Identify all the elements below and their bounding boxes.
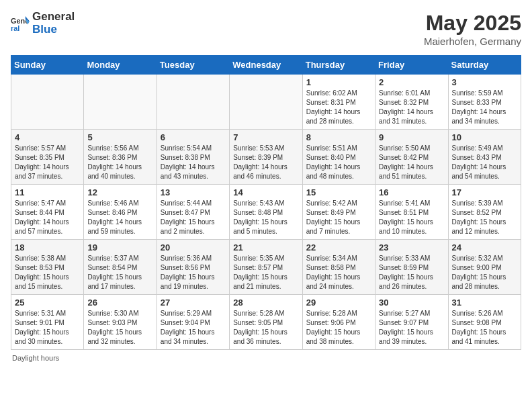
day-number: 31 bbox=[452, 298, 517, 308]
calendar-week-row: 11Sunrise: 5:47 AM Sunset: 8:44 PM Dayli… bbox=[11, 185, 521, 240]
day-number: 17 bbox=[452, 187, 517, 197]
calendar-day-cell: 2Sunrise: 6:01 AM Sunset: 8:32 PM Daylig… bbox=[375, 75, 448, 130]
calendar-day-cell: 5Sunrise: 5:56 AM Sunset: 8:36 PM Daylig… bbox=[84, 130, 157, 185]
day-info: Sunrise: 5:47 AM Sunset: 8:44 PM Dayligh… bbox=[15, 199, 80, 236]
title-block: May 2025 Maierhofen, Germany bbox=[424, 11, 521, 47]
calendar-day-cell: 1Sunrise: 6:02 AM Sunset: 8:31 PM Daylig… bbox=[302, 75, 375, 130]
calendar-day-cell: 25Sunrise: 5:31 AM Sunset: 9:01 PM Dayli… bbox=[11, 295, 84, 350]
day-number: 7 bbox=[233, 132, 298, 142]
calendar-week-row: 25Sunrise: 5:31 AM Sunset: 9:01 PM Dayli… bbox=[11, 295, 521, 350]
calendar-week-row: 18Sunrise: 5:38 AM Sunset: 8:53 PM Dayli… bbox=[11, 240, 521, 295]
calendar-day-cell: 10Sunrise: 5:49 AM Sunset: 8:43 PM Dayli… bbox=[448, 130, 521, 185]
day-info: Sunrise: 5:30 AM Sunset: 9:03 PM Dayligh… bbox=[87, 309, 152, 347]
day-info: Sunrise: 5:46 AM Sunset: 8:46 PM Dayligh… bbox=[87, 199, 152, 236]
day-info: Sunrise: 5:56 AM Sunset: 8:36 PM Dayligh… bbox=[87, 144, 152, 181]
calendar-day-cell: 8Sunrise: 5:51 AM Sunset: 8:40 PM Daylig… bbox=[302, 130, 375, 185]
calendar-day-cell: 20Sunrise: 5:36 AM Sunset: 8:56 PM Dayli… bbox=[157, 240, 229, 295]
day-info: Sunrise: 5:50 AM Sunset: 8:42 PM Dayligh… bbox=[379, 144, 444, 181]
page-header: Gene ral General Blue May 2025 Maierhofe… bbox=[11, 11, 521, 47]
day-number: 16 bbox=[379, 187, 444, 197]
day-number: 30 bbox=[379, 298, 444, 308]
day-info: Sunrise: 5:31 AM Sunset: 9:01 PM Dayligh… bbox=[15, 309, 80, 347]
calendar-day-cell bbox=[11, 75, 84, 130]
day-info: Sunrise: 5:54 AM Sunset: 8:38 PM Dayligh… bbox=[161, 144, 226, 181]
day-info: Sunrise: 5:38 AM Sunset: 8:53 PM Dayligh… bbox=[15, 254, 80, 291]
calendar-week-row: 4Sunrise: 5:57 AM Sunset: 8:35 PM Daylig… bbox=[11, 130, 521, 185]
day-number: 11 bbox=[15, 187, 80, 197]
day-info: Sunrise: 5:57 AM Sunset: 8:35 PM Dayligh… bbox=[15, 144, 80, 181]
day-info: Sunrise: 5:43 AM Sunset: 8:48 PM Dayligh… bbox=[233, 199, 298, 236]
logo: Gene ral General Blue bbox=[11, 11, 75, 36]
calendar-day-cell: 7Sunrise: 5:53 AM Sunset: 8:39 PM Daylig… bbox=[230, 130, 302, 185]
day-number: 20 bbox=[161, 242, 226, 253]
day-number: 10 bbox=[452, 132, 517, 142]
day-number: 21 bbox=[233, 242, 298, 253]
day-info: Sunrise: 5:37 AM Sunset: 8:54 PM Dayligh… bbox=[87, 254, 152, 291]
logo-blue: Blue bbox=[32, 24, 75, 36]
calendar-day-cell: 30Sunrise: 5:27 AM Sunset: 9:07 PM Dayli… bbox=[375, 295, 448, 350]
day-info: Sunrise: 5:41 AM Sunset: 8:51 PM Dayligh… bbox=[379, 199, 444, 236]
month-title: May 2025 bbox=[424, 11, 521, 36]
calendar-day-cell: 23Sunrise: 5:33 AM Sunset: 8:59 PM Dayli… bbox=[375, 240, 448, 295]
calendar-header-row: SundayMondayTuesdayWednesdayThursdayFrid… bbox=[11, 56, 521, 75]
day-number: 5 bbox=[87, 132, 152, 142]
day-number: 19 bbox=[87, 242, 152, 253]
footer-note: Daylight hours bbox=[11, 354, 521, 362]
calendar-day-cell bbox=[230, 75, 302, 130]
calendar-day-cell: 11Sunrise: 5:47 AM Sunset: 8:44 PM Dayli… bbox=[11, 185, 84, 240]
day-info: Sunrise: 5:36 AM Sunset: 8:56 PM Dayligh… bbox=[161, 254, 226, 291]
day-info: Sunrise: 5:51 AM Sunset: 8:40 PM Dayligh… bbox=[306, 144, 371, 181]
calendar-day-cell: 16Sunrise: 5:41 AM Sunset: 8:51 PM Dayli… bbox=[375, 185, 448, 240]
calendar-day-cell: 26Sunrise: 5:30 AM Sunset: 9:03 PM Dayli… bbox=[84, 295, 157, 350]
day-info: Sunrise: 5:33 AM Sunset: 8:59 PM Dayligh… bbox=[379, 254, 444, 291]
day-info: Sunrise: 5:28 AM Sunset: 9:06 PM Dayligh… bbox=[306, 309, 371, 347]
calendar-day-cell: 18Sunrise: 5:38 AM Sunset: 8:53 PM Dayli… bbox=[11, 240, 84, 295]
day-info: Sunrise: 5:26 AM Sunset: 9:08 PM Dayligh… bbox=[452, 309, 517, 347]
day-number: 29 bbox=[306, 298, 371, 308]
day-info: Sunrise: 6:02 AM Sunset: 8:31 PM Dayligh… bbox=[306, 89, 371, 126]
day-info: Sunrise: 5:53 AM Sunset: 8:39 PM Dayligh… bbox=[233, 144, 298, 181]
day-number: 8 bbox=[306, 132, 371, 142]
logo-icon: Gene ral bbox=[11, 14, 30, 33]
day-number: 22 bbox=[306, 242, 371, 253]
day-number: 23 bbox=[379, 242, 444, 253]
day-number: 9 bbox=[379, 132, 444, 142]
day-info: Sunrise: 5:34 AM Sunset: 8:58 PM Dayligh… bbox=[306, 254, 371, 291]
day-info: Sunrise: 5:29 AM Sunset: 9:04 PM Dayligh… bbox=[161, 309, 226, 347]
day-info: Sunrise: 5:44 AM Sunset: 8:47 PM Dayligh… bbox=[161, 199, 226, 236]
calendar-day-cell: 24Sunrise: 5:32 AM Sunset: 9:00 PM Dayli… bbox=[448, 240, 521, 295]
calendar-table: SundayMondayTuesdayWednesdayThursdayFrid… bbox=[11, 55, 521, 350]
day-info: Sunrise: 5:27 AM Sunset: 9:07 PM Dayligh… bbox=[379, 309, 444, 347]
logo-general: General bbox=[32, 11, 75, 24]
day-number: 3 bbox=[452, 77, 517, 87]
calendar-day-cell: 14Sunrise: 5:43 AM Sunset: 8:48 PM Dayli… bbox=[230, 185, 302, 240]
calendar-day-header: Saturday bbox=[448, 56, 521, 75]
calendar-day-cell bbox=[84, 75, 157, 130]
calendar-day-cell: 6Sunrise: 5:54 AM Sunset: 8:38 PM Daylig… bbox=[157, 130, 229, 185]
calendar-day-cell: 4Sunrise: 5:57 AM Sunset: 8:35 PM Daylig… bbox=[11, 130, 84, 185]
calendar-day-header: Tuesday bbox=[157, 56, 229, 75]
calendar-day-cell: 28Sunrise: 5:28 AM Sunset: 9:05 PM Dayli… bbox=[230, 295, 302, 350]
calendar-day-cell: 13Sunrise: 5:44 AM Sunset: 8:47 PM Dayli… bbox=[157, 185, 229, 240]
calendar-day-cell: 3Sunrise: 5:59 AM Sunset: 8:33 PM Daylig… bbox=[448, 75, 521, 130]
calendar-day-cell: 15Sunrise: 5:42 AM Sunset: 8:49 PM Dayli… bbox=[302, 185, 375, 240]
calendar-day-header: Wednesday bbox=[230, 56, 302, 75]
calendar-day-cell: 29Sunrise: 5:28 AM Sunset: 9:06 PM Dayli… bbox=[302, 295, 375, 350]
calendar-day-cell: 27Sunrise: 5:29 AM Sunset: 9:04 PM Dayli… bbox=[157, 295, 229, 350]
day-number: 12 bbox=[87, 187, 152, 197]
day-number: 28 bbox=[233, 298, 298, 308]
day-number: 6 bbox=[161, 132, 226, 142]
calendar-day-cell: 12Sunrise: 5:46 AM Sunset: 8:46 PM Dayli… bbox=[84, 185, 157, 240]
day-info: Sunrise: 5:39 AM Sunset: 8:52 PM Dayligh… bbox=[452, 199, 517, 236]
calendar-day-header: Monday bbox=[84, 56, 157, 75]
calendar-day-cell: 9Sunrise: 5:50 AM Sunset: 8:42 PM Daylig… bbox=[375, 130, 448, 185]
day-info: Sunrise: 5:28 AM Sunset: 9:05 PM Dayligh… bbox=[233, 309, 298, 347]
day-info: Sunrise: 6:01 AM Sunset: 8:32 PM Dayligh… bbox=[379, 89, 444, 126]
calendar-day-cell: 22Sunrise: 5:34 AM Sunset: 8:58 PM Dayli… bbox=[302, 240, 375, 295]
day-info: Sunrise: 5:42 AM Sunset: 8:49 PM Dayligh… bbox=[306, 199, 371, 236]
svg-text:ral: ral bbox=[11, 24, 19, 32]
calendar-day-header: Sunday bbox=[11, 56, 84, 75]
calendar-week-row: 1Sunrise: 6:02 AM Sunset: 8:31 PM Daylig… bbox=[11, 75, 521, 130]
day-info: Sunrise: 5:49 AM Sunset: 8:43 PM Dayligh… bbox=[452, 144, 517, 181]
calendar-day-cell: 19Sunrise: 5:37 AM Sunset: 8:54 PM Dayli… bbox=[84, 240, 157, 295]
